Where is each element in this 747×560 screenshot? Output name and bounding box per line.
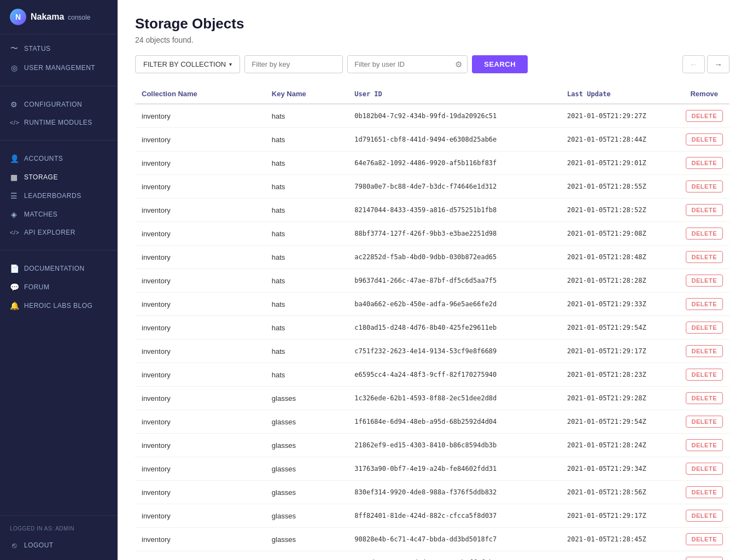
sidebar-divider-2 <box>0 140 118 141</box>
delete-button[interactable]: DELETE <box>686 510 723 522</box>
search-button[interactable]: SEARCH <box>472 55 528 73</box>
pagination-prev-button[interactable]: ← <box>682 55 705 73</box>
delete-button[interactable]: DELETE <box>686 180 723 192</box>
api-explorer-icon: </> <box>10 229 19 236</box>
table-row: inventory hats 1d791651-cbf8-441d-9494-e… <box>135 128 730 151</box>
configuration-icon: ⚙ <box>10 100 19 109</box>
table-row: inventory hats 64e76a82-1092-4486-9920-a… <box>135 151 730 175</box>
delete-button[interactable]: DELETE <box>686 557 723 560</box>
delete-button[interactable]: DELETE <box>686 416 723 428</box>
cell-key: glasses <box>265 528 348 551</box>
delete-button[interactable]: DELETE <box>686 228 723 240</box>
delete-button[interactable]: DELETE <box>686 298 723 310</box>
sidebar-item-heroic-labs-blog[interactable]: 🔔 HEROIC LABS BLOG <box>0 296 118 315</box>
sidebar-item-status[interactable]: 〜 STATUS <box>0 39 118 59</box>
cell-userid: 21862ef9-ed15-4303-8410-b86c8594db3b <box>348 434 561 457</box>
delete-button[interactable]: DELETE <box>686 392 723 404</box>
filter-userid-wrapper: ⚙ <box>347 55 468 73</box>
delete-button[interactable]: DELETE <box>686 345 723 357</box>
sidebar-item-forum[interactable]: 💬 FORUM <box>0 278 118 296</box>
delete-button[interactable]: DELETE <box>686 157 723 169</box>
filter-key-input[interactable] <box>244 55 343 73</box>
cell-collection: inventory <box>135 269 265 293</box>
cell-userid: 0b182b04-7c92-434b-99fd-19da20926c51 <box>348 104 561 128</box>
cell-collection: inventory <box>135 175 265 199</box>
cell-userid: 8ff82401-81de-424d-882c-cfcca5f8d037 <box>348 504 561 528</box>
cell-update: 2021-01-05T21:29:54Z <box>561 316 679 340</box>
table-header: Collection Name Key Name User ID Last Up… <box>135 84 730 104</box>
delete-button[interactable]: DELETE <box>686 486 723 498</box>
cell-collection: inventory <box>135 434 265 457</box>
sidebar-item-leaderboards[interactable]: ☰ LEADERBOARDS <box>0 186 118 205</box>
delete-button[interactable]: DELETE <box>686 463 723 475</box>
pagination-next-button[interactable]: → <box>707 55 730 73</box>
cell-remove: DELETE <box>679 340 730 363</box>
logged-in-label: LOGGED IN AS: ADMIN <box>0 521 118 536</box>
main-content: Storage Objects 24 objects found. FILTER… <box>118 0 747 560</box>
sidebar-item-logout[interactable]: ⎋ LOGOUT <box>0 536 118 555</box>
sidebar-item-user-management[interactable]: ◎ USER MANAGEMENT <box>0 59 118 77</box>
logo-text: Nakama console <box>31 12 90 22</box>
table-row: inventory glasses 9722de5a-2e29-4ded-992… <box>135 551 730 561</box>
cell-key: hats <box>265 340 348 363</box>
cell-collection: inventory <box>135 128 265 151</box>
cell-update: 2021-01-05T21:29:33Z <box>561 293 679 316</box>
cell-collection: inventory <box>135 551 265 561</box>
delete-button[interactable]: DELETE <box>686 110 723 122</box>
delete-button[interactable]: DELETE <box>686 322 723 334</box>
cell-collection: inventory <box>135 340 265 363</box>
cell-userid: 1d791651-cbf8-441d-9494-e6308d25ab6e <box>348 128 561 151</box>
cell-key: hats <box>265 293 348 316</box>
cell-key: hats <box>265 199 348 222</box>
cell-collection: inventory <box>135 504 265 528</box>
table-row: inventory hats ac22852d-f5ab-4bd0-9dbb-0… <box>135 246 730 269</box>
cell-collection: inventory <box>135 457 265 481</box>
table-row: inventory hats b9637d41-266c-47ae-87bf-d… <box>135 269 730 293</box>
cell-remove: DELETE <box>679 151 730 175</box>
accounts-icon: 👤 <box>10 154 19 163</box>
filter-collection-button[interactable]: FILTER BY COLLECTION ▾ <box>135 55 240 73</box>
page-title: Storage Objects <box>135 15 730 32</box>
delete-button[interactable]: DELETE <box>686 204 723 216</box>
delete-button[interactable]: DELETE <box>686 439 723 451</box>
cell-userid: 90828e4b-6c71-4c47-bbda-dd3bd5018fc7 <box>348 528 561 551</box>
cell-key: hats <box>265 363 348 387</box>
delete-button[interactable]: DELETE <box>686 133 723 145</box>
cell-key: hats <box>265 128 348 151</box>
delete-button[interactable]: DELETE <box>686 251 723 263</box>
delete-button[interactable]: DELETE <box>686 275 723 287</box>
sidebar-item-storage[interactable]: ▦ STORAGE <box>0 168 118 186</box>
sidebar-item-accounts[interactable]: 👤 ACCOUNTS <box>0 149 118 168</box>
forum-icon: 💬 <box>10 283 19 291</box>
sidebar-item-documentation[interactable]: 📄 DOCUMENTATION <box>0 259 118 278</box>
sidebar-divider-3 <box>0 250 118 250</box>
cell-update: 2021-01-05T21:29:17Z <box>561 504 679 528</box>
runtime-icon: </> <box>10 119 19 126</box>
cell-remove: DELETE <box>679 175 730 199</box>
settings-icon[interactable]: ⚙ <box>455 60 462 69</box>
cell-key: glasses <box>265 410 348 434</box>
sidebar-item-configuration[interactable]: ⚙ CONFIGURATION <box>0 95 118 114</box>
sidebar-item-api-explorer[interactable]: </> API EXPLORER <box>0 224 118 241</box>
sidebar-item-matches[interactable]: ◈ MATCHES <box>0 205 118 224</box>
cell-userid: e6595cc4-4a24-48f3-9cff-82f170275940 <box>348 363 561 387</box>
filter-userid-input[interactable] <box>347 55 468 73</box>
cell-update: 2021-01-05T21:29:08Z <box>561 222 679 246</box>
cell-update: 2021-01-05T21:28:48Z <box>561 246 679 269</box>
sidebar-section-4: 📄 DOCUMENTATION 💬 FORUM 🔔 HEROIC LABS BL… <box>0 255 118 319</box>
pagination-controls: ← → <box>682 55 730 73</box>
delete-button[interactable]: DELETE <box>686 369 723 381</box>
cell-update: 2021-01-05T21:28:56Z <box>561 481 679 504</box>
blog-icon: 🔔 <box>10 301 19 310</box>
delete-button[interactable]: DELETE <box>686 533 723 545</box>
cell-update: 2021-01-05T21:28:23Z <box>561 363 679 387</box>
cell-key: hats <box>265 175 348 199</box>
cell-key: hats <box>265 151 348 175</box>
cell-collection: inventory <box>135 316 265 340</box>
cell-collection: inventory <box>135 104 265 128</box>
sidebar-item-runtime-modules[interactable]: </> RUNTIME MODULES <box>0 114 118 131</box>
cell-userid: 7980a0e7-bc88-4de7-b3dc-f74646e1d312 <box>348 175 561 199</box>
sidebar-section-1: 〜 STATUS ◎ USER MANAGEMENT <box>0 34 118 81</box>
cell-update: 2021-01-05T21:29:34Z <box>561 457 679 481</box>
table-row: inventory hats 82147044-8433-4359-a816-d… <box>135 199 730 222</box>
